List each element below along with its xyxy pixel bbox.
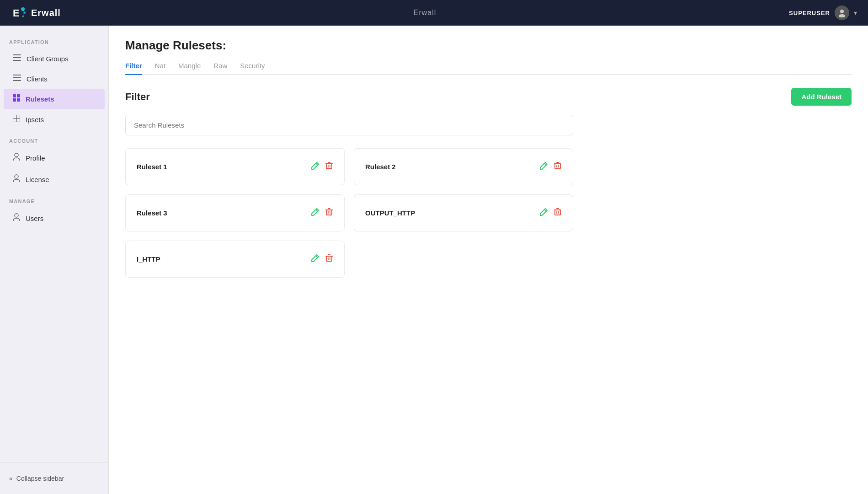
section-label-account: ACCOUNT (0, 138, 108, 147)
table-icon (13, 115, 20, 124)
svg-rect-17 (13, 98, 16, 102)
ruleset-name: Ruleset 3 (137, 209, 167, 217)
ruleset-actions (540, 161, 562, 172)
ruleset-actions (540, 208, 562, 218)
edit-icon[interactable] (311, 254, 320, 264)
svg-point-8 (839, 14, 845, 17)
sidebar-item-users[interactable]: Users (4, 208, 105, 229)
person-icon-2 (13, 174, 20, 185)
username-label: SUPERUSER (789, 10, 830, 16)
ruleset-grid: Ruleset 1 Ruleset 2 (125, 148, 573, 278)
svg-point-23 (15, 175, 18, 178)
person-icon-3 (13, 213, 20, 224)
sidebar-item-label: Clients (27, 75, 48, 83)
section-label-application: APPLICATION (0, 39, 108, 48)
sidebar-item-profile[interactable]: Profile (4, 147, 105, 169)
collapse-arrow-icon: « (9, 475, 13, 482)
svg-point-7 (840, 10, 844, 13)
sidebar-item-label: License (26, 176, 49, 183)
svg-rect-10 (13, 57, 21, 58)
section-header: Filter Add Ruleset (125, 88, 852, 106)
delete-icon[interactable] (325, 208, 333, 218)
svg-rect-38 (326, 210, 332, 215)
delete-icon[interactable] (325, 254, 333, 264)
ruleset-name: Ruleset 1 (137, 163, 167, 171)
sidebar-item-rulesets[interactable]: Rulesets (4, 89, 105, 109)
sidebar-item-label: Rulesets (26, 95, 54, 103)
ruleset-actions (311, 208, 333, 218)
avatar (835, 5, 849, 20)
svg-rect-11 (13, 60, 21, 61)
sidebar-item-clients[interactable]: Clients (4, 69, 105, 89)
sidebar-item-label: Client Groups (27, 55, 69, 63)
collapse-sidebar-button[interactable]: « Collapse sidebar (4, 470, 105, 487)
user-menu[interactable]: SUPERUSER ▾ (789, 5, 857, 20)
person-icon (13, 153, 20, 163)
ruleset-name: Ruleset 2 (365, 163, 396, 171)
chevron-down-icon[interactable]: ▾ (854, 9, 857, 16)
tabs: Filter Nat Mangle Raw Security (125, 62, 852, 75)
tab-raw[interactable]: Raw (213, 62, 227, 74)
ruleset-card-1[interactable]: Ruleset 1 (125, 148, 345, 185)
svg-point-24 (15, 214, 18, 217)
logo-text: Erwall (31, 8, 61, 18)
delete-icon[interactable] (554, 208, 562, 218)
ruleset-card-5[interactable]: I_HTTP (125, 241, 345, 278)
collapse-label: Collapse sidebar (16, 475, 64, 482)
svg-rect-26 (326, 164, 332, 169)
edit-icon[interactable] (311, 208, 320, 218)
svg-rect-16 (17, 94, 20, 97)
svg-rect-14 (13, 80, 21, 81)
add-ruleset-button[interactable]: Add Ruleset (791, 88, 852, 106)
edit-icon[interactable] (540, 161, 548, 172)
list-icon (13, 54, 21, 63)
sidebar: APPLICATION Client Groups Clients Rulese… (0, 26, 109, 494)
section-title: Filter (125, 91, 150, 103)
grid-icon (13, 94, 20, 104)
svg-rect-44 (555, 210, 560, 215)
tab-filter[interactable]: Filter (125, 62, 142, 74)
page-title: Manage Rulesets: (125, 38, 852, 53)
svg-rect-18 (17, 98, 20, 102)
main-content: Manage Rulesets: Filter Nat Mangle Raw S… (109, 26, 868, 494)
svg-point-22 (15, 153, 18, 157)
edit-icon[interactable] (311, 161, 320, 172)
sidebar-item-ipsets[interactable]: Ipsets (4, 109, 105, 130)
list-icon-2 (13, 74, 21, 83)
sidebar-item-label: Users (26, 215, 43, 222)
ruleset-actions (311, 254, 333, 264)
tab-nat[interactable]: Nat (155, 62, 165, 74)
svg-rect-12 (13, 75, 21, 75)
sidebar-item-client-groups[interactable]: Client Groups (4, 48, 105, 69)
svg-text:E: E (13, 7, 20, 19)
logo-icon: E (11, 5, 27, 21)
topnav: E Erwall Erwall SUPERUSER ▾ (0, 0, 868, 26)
sidebar-item-license[interactable]: License (4, 169, 105, 190)
ruleset-card-2[interactable]: Ruleset 2 (354, 148, 573, 185)
ruleset-name: OUTPUT_HTTP (365, 209, 415, 217)
svg-rect-13 (13, 77, 21, 78)
svg-rect-15 (13, 94, 16, 97)
ruleset-card-3[interactable]: Ruleset 3 (125, 194, 345, 231)
app-title: Erwall (414, 9, 437, 17)
sidebar-item-label: Ipsets (26, 116, 44, 124)
svg-rect-32 (555, 164, 560, 169)
svg-rect-9 (13, 54, 21, 55)
edit-icon[interactable] (540, 208, 548, 218)
sidebar-item-label: Profile (26, 154, 45, 162)
delete-icon[interactable] (325, 161, 333, 172)
ruleset-name: I_HTTP (137, 255, 160, 263)
search-input[interactable] (125, 115, 573, 135)
logo: E Erwall (11, 5, 61, 21)
section-label-manage: MANAGE (0, 199, 108, 208)
tab-mangle[interactable]: Mangle (178, 62, 201, 74)
svg-rect-50 (326, 256, 332, 261)
tab-security[interactable]: Security (240, 62, 265, 74)
ruleset-card-4[interactable]: OUTPUT_HTTP (354, 194, 573, 231)
delete-icon[interactable] (554, 161, 562, 172)
ruleset-actions (311, 161, 333, 172)
